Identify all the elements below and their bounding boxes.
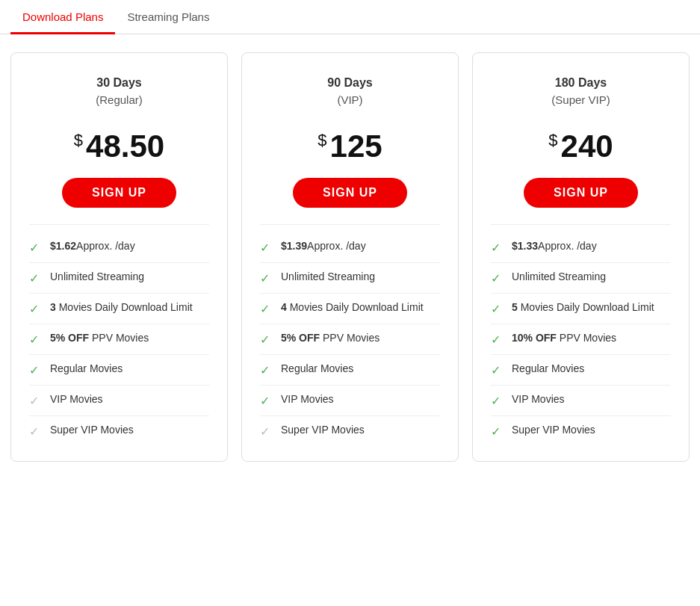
check-icon: ✓: [260, 271, 273, 285]
feature-text: VIP Movies: [50, 393, 103, 405]
feature-item: ✓Unlimited Streaming: [260, 263, 440, 294]
feature-item: ✓Regular Movies: [29, 355, 209, 386]
feature-text: 3 Movies Daily Download Limit: [50, 301, 193, 313]
features-list-vip: ✓$1.39Approx. /day✓Unlimited Streaming✓4…: [260, 224, 440, 446]
feature-text: 5% OFF PPV Movies: [281, 332, 380, 344]
feature-item: ✓4 Movies Daily Download Limit: [260, 294, 440, 324]
check-icon: ✓: [260, 424, 273, 439]
plan-duration-regular: 30 Days(Regular): [96, 74, 143, 109]
check-icon: ✓: [491, 302, 504, 316]
features-list-regular: ✓$1.62Approx. /day✓Unlimited Streaming✓3…: [29, 224, 209, 446]
check-icon: ✓: [260, 363, 273, 377]
check-icon: ✓: [260, 333, 273, 347]
feature-item: ✓$1.39Approx. /day: [260, 232, 440, 263]
feature-text: 5% OFF PPV Movies: [50, 332, 149, 344]
check-icon: ✓: [260, 302, 273, 316]
feature-item: ✓5% OFF PPV Movies: [260, 324, 440, 355]
feature-text: Super VIP Movies: [281, 424, 365, 436]
feature-text: Unlimited Streaming: [50, 270, 144, 282]
feature-item: ✓VIP Movies: [29, 386, 209, 416]
feature-text: Super VIP Movies: [512, 424, 595, 436]
tab-streaming[interactable]: Streaming Plans: [115, 0, 221, 34]
check-icon: ✓: [491, 241, 504, 255]
currency-symbol: $: [548, 131, 557, 149]
feature-text: $1.62Approx. /day: [50, 240, 135, 252]
check-icon: ✓: [29, 302, 43, 316]
feature-item: ✓5 Movies Daily Download Limit: [491, 294, 671, 324]
feature-text: $1.39Approx. /day: [281, 240, 366, 252]
feature-text: VIP Movies: [512, 393, 565, 405]
plan-price-super-vip: $240: [548, 129, 613, 164]
check-icon: ✓: [491, 271, 504, 285]
feature-item: ✓5% OFF PPV Movies: [29, 324, 209, 355]
feature-text: $1.33Approx. /day: [512, 240, 597, 252]
feature-text: Regular Movies: [50, 362, 123, 374]
features-list-super-vip: ✓$1.33Approx. /day✓Unlimited Streaming✓5…: [491, 224, 671, 446]
feature-item: ✓Super VIP Movies: [491, 416, 671, 446]
feature-item: ✓Regular Movies: [491, 355, 671, 386]
feature-item: ✓Regular Movies: [260, 355, 440, 386]
feature-item: ✓$1.62Approx. /day: [29, 232, 209, 263]
check-icon: ✓: [260, 241, 273, 255]
check-icon: ✓: [29, 271, 43, 285]
signup-button-super-vip[interactable]: SIGN UP: [524, 178, 638, 208]
plan-card-regular: 30 Days(Regular)$48.50SIGN UP✓$1.62Appro…: [10, 52, 228, 462]
feature-item: ✓$1.33Approx. /day: [491, 232, 671, 263]
check-icon: ✓: [491, 363, 504, 377]
check-icon: ✓: [260, 394, 273, 408]
plan-duration-vip: 90 Days(VIP): [327, 74, 373, 109]
feature-text: 10% OFF PPV Movies: [512, 332, 616, 344]
feature-item: ✓VIP Movies: [491, 386, 671, 416]
feature-item: ✓10% OFF PPV Movies: [491, 324, 671, 355]
plan-card-super-vip: 180 Days(Super VIP)$240SIGN UP✓$1.33Appr…: [472, 52, 690, 462]
feature-item: ✓3 Movies Daily Download Limit: [29, 294, 209, 324]
tab-download[interactable]: Download Plans: [10, 0, 115, 34]
feature-text: Regular Movies: [281, 362, 353, 374]
check-icon: ✓: [491, 333, 504, 347]
plans-container: 30 Days(Regular)$48.50SIGN UP✓$1.62Appro…: [0, 34, 700, 480]
signup-button-regular[interactable]: SIGN UP: [62, 178, 176, 208]
plan-card-vip: 90 Days(VIP)$125SIGN UP✓$1.39Approx. /da…: [241, 52, 459, 462]
plan-duration-super-vip: 180 Days(Super VIP): [551, 74, 610, 109]
check-icon: ✓: [29, 424, 43, 439]
feature-item: ✓Super VIP Movies: [260, 416, 440, 446]
feature-item: ✓VIP Movies: [260, 386, 440, 416]
feature-text: Super VIP Movies: [50, 424, 134, 436]
feature-item: ✓Super VIP Movies: [29, 416, 209, 446]
tabs-bar: Download PlansStreaming Plans: [0, 0, 700, 34]
feature-item: ✓Unlimited Streaming: [491, 263, 671, 294]
check-icon: ✓: [29, 241, 43, 255]
signup-button-vip[interactable]: SIGN UP: [293, 178, 407, 208]
check-icon: ✓: [29, 394, 43, 408]
check-icon: ✓: [491, 424, 504, 439]
plan-price-regular: $48.50: [74, 129, 164, 164]
check-icon: ✓: [491, 394, 504, 408]
feature-text: Regular Movies: [512, 362, 584, 374]
feature-text: 4 Movies Daily Download Limit: [281, 301, 424, 313]
feature-item: ✓Unlimited Streaming: [29, 263, 209, 294]
feature-text: VIP Movies: [281, 393, 334, 405]
currency-symbol: $: [318, 131, 326, 149]
currency-symbol: $: [74, 131, 83, 149]
check-icon: ✓: [29, 333, 43, 347]
plan-price-vip: $125: [318, 129, 382, 164]
check-icon: ✓: [29, 363, 43, 377]
feature-text: Unlimited Streaming: [281, 270, 375, 282]
feature-text: Unlimited Streaming: [512, 270, 606, 282]
feature-text: 5 Movies Daily Download Limit: [512, 301, 654, 313]
